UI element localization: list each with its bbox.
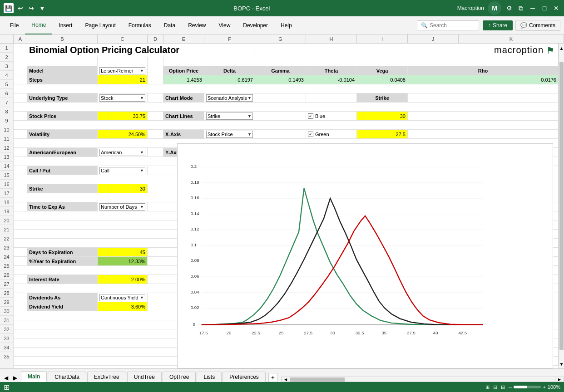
sheet-scroll-right[interactable]: ▶: [555, 377, 564, 382]
dividends-as-label: Dividends As: [27, 293, 98, 302]
chart-svg: 0.2 0.18 0.16 0.14 0.12 0.1 0.08 0.06 0.…: [178, 144, 553, 368]
col-header-B[interactable]: B: [27, 34, 98, 43]
view-normal[interactable]: ⊞: [485, 384, 490, 390]
search-box[interactable]: 🔍: [417, 20, 479, 30]
tab-insert[interactable]: Insert: [52, 16, 79, 34]
strike-value[interactable]: 30: [98, 184, 148, 193]
column-headers: A B C D E F G H I J K: [0, 34, 564, 44]
dividends-as-cell[interactable]: Continuous Yield ▼: [98, 293, 148, 302]
share-button[interactable]: ↑Share: [483, 20, 513, 30]
tab-file[interactable]: File: [4, 16, 25, 34]
sheet-scroll-left[interactable]: ◀: [281, 377, 290, 382]
chart-lines-dropdown[interactable]: Strike ▼: [206, 113, 253, 120]
view-break[interactable]: ⊞: [501, 384, 505, 390]
save-icon[interactable]: 💾: [4, 3, 14, 13]
time-exp-cell[interactable]: Number of Days ▼: [98, 202, 148, 211]
stock-price-label: Stock Price: [27, 112, 98, 120]
col-header-C[interactable]: C: [98, 34, 148, 43]
restore-icon[interactable]: ⧉: [517, 4, 525, 12]
stock-price-value[interactable]: 30.75: [98, 112, 148, 120]
blue-value[interactable]: 30: [357, 112, 408, 120]
sheet-tab-opttree[interactable]: OptTree: [163, 372, 196, 382]
tab-developer[interactable]: Developer: [237, 16, 274, 34]
underlying-type-cell[interactable]: Stock ▼: [98, 93, 148, 102]
steps-value[interactable]: 21: [98, 75, 148, 84]
interest-rate-value[interactable]: 2.00%: [98, 275, 148, 284]
maximize-icon[interactable]: □: [540, 4, 549, 12]
col-header-I[interactable]: I: [357, 34, 408, 43]
sheet-tab-main[interactable]: Main: [21, 371, 47, 382]
row-1: Binomial Option Pricing Calculator macro…: [14, 44, 559, 57]
col-header-D[interactable]: D: [148, 34, 163, 43]
chart-mode-cell[interactable]: Scenario Analysis ▼: [204, 93, 255, 102]
chart-lines-cell[interactable]: Strike ▼: [204, 112, 255, 120]
settings-icon[interactable]: ⚙: [505, 4, 513, 12]
customize-icon[interactable]: ▼: [38, 4, 46, 12]
view-page[interactable]: ⊟: [493, 384, 497, 390]
chart-container: 0.2 0.18 0.16 0.14 0.12 0.1 0.08 0.06 0.…: [177, 143, 553, 368]
col-header-F[interactable]: F: [204, 34, 255, 43]
app-title: BOPC - Excel: [233, 5, 270, 12]
col-header-G[interactable]: G: [255, 34, 306, 43]
redo-icon[interactable]: ↪: [27, 4, 35, 12]
zoom-out-button[interactable]: ─: [509, 384, 512, 390]
svg-text:0.04: 0.04: [191, 289, 199, 294]
call-put-dropdown[interactable]: Call ▼: [99, 167, 145, 174]
model-value-cell[interactable]: Leisen-Reimer ▼: [98, 66, 148, 75]
scroll-thumb[interactable]: [559, 62, 564, 350]
search-input[interactable]: [430, 22, 475, 29]
sheet-tab-exdivtree[interactable]: ExDivTree: [87, 372, 126, 382]
vertical-scrollbar[interactable]: ▲ ▼: [559, 44, 564, 368]
x-axis-dropdown[interactable]: Stock Price ▼: [206, 131, 253, 138]
zoom-control: ─ + 100%: [509, 384, 560, 390]
tab-prev[interactable]: ◀: [2, 374, 10, 382]
tab-review[interactable]: Review: [182, 16, 212, 34]
chart-mode-dropdown[interactable]: Scenario Analysis ▼: [206, 94, 253, 102]
strike-label: Strike: [27, 184, 98, 193]
sheet-scrollbar-thumb[interactable]: [290, 377, 345, 382]
zoom-in-button[interactable]: +: [543, 384, 545, 390]
am-eu-cell[interactable]: American ▼: [98, 148, 148, 157]
tab-next[interactable]: ▶: [11, 374, 19, 382]
am-eu-label: American/European: [27, 148, 98, 157]
col-header-H[interactable]: H: [306, 34, 357, 43]
dividends-as-dropdown[interactable]: Continuous Yield ▼: [99, 294, 145, 301]
cell-title: Binomial Option Pricing Calculator: [27, 44, 254, 57]
volatility-value[interactable]: 24.50%: [98, 130, 148, 138]
sheet-tab-chartdata[interactable]: ChartData: [48, 372, 86, 382]
col-header-J[interactable]: J: [408, 34, 459, 43]
green-value[interactable]: 27.5: [357, 130, 408, 138]
tab-help[interactable]: Help: [274, 16, 298, 34]
sheet-tab-undtree[interactable]: UndTree: [127, 372, 162, 382]
green-checkbox[interactable]: ✓: [308, 132, 313, 137]
add-sheet-button[interactable]: +: [268, 373, 277, 382]
tab-view[interactable]: View: [213, 16, 237, 34]
tab-page-layout[interactable]: Page Layout: [79, 16, 122, 34]
scroll-up[interactable]: ▲: [559, 44, 564, 53]
model-dropdown[interactable]: Leisen-Reimer ▼: [99, 67, 145, 74]
sheet-tab-preferences[interactable]: Preferences: [223, 372, 266, 382]
tab-formulas[interactable]: Formulas: [122, 16, 158, 34]
am-eu-dropdown[interactable]: American ▼: [99, 149, 145, 156]
col-header-E[interactable]: E: [163, 34, 204, 43]
underlying-type-dropdown[interactable]: Stock ▼: [99, 94, 145, 102]
days-exp-value[interactable]: 45: [98, 248, 148, 256]
comments-button[interactable]: 💬Comments: [515, 20, 560, 31]
days-exp-label: Days to Expiration: [27, 248, 98, 256]
tab-data[interactable]: Data: [158, 16, 182, 34]
x-axis-cell[interactable]: Stock Price ▼: [204, 130, 255, 138]
black-curve: [202, 198, 483, 325]
close-icon[interactable]: ✕: [552, 4, 560, 12]
undo-icon[interactable]: ↩: [16, 4, 25, 12]
scroll-down[interactable]: ▼: [559, 359, 564, 368]
dividend-yield-value[interactable]: 3.60%: [98, 302, 148, 311]
sheet-tab-lists[interactable]: Lists: [197, 372, 222, 382]
minimize-icon[interactable]: ─: [529, 4, 537, 12]
user-avatar[interactable]: M: [488, 1, 501, 15]
blue-checkbox[interactable]: ✓: [308, 113, 313, 119]
tab-home[interactable]: Home: [25, 16, 52, 34]
time-exp-dropdown[interactable]: Number of Days ▼: [99, 203, 145, 211]
col-header-K[interactable]: K: [459, 34, 564, 43]
call-put-cell[interactable]: Call ▼: [98, 166, 148, 175]
col-header-A[interactable]: A: [14, 34, 27, 43]
